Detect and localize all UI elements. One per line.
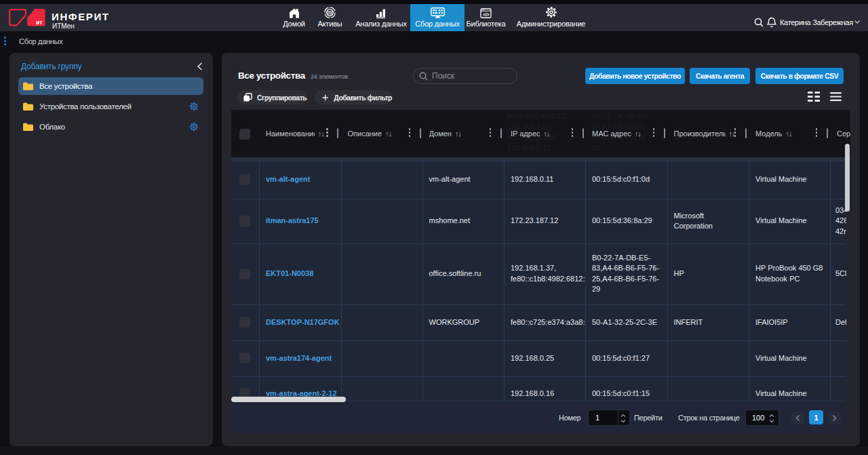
svg-text:</>: </> — [483, 12, 490, 17]
svg-text:ит: ит — [36, 19, 42, 26]
